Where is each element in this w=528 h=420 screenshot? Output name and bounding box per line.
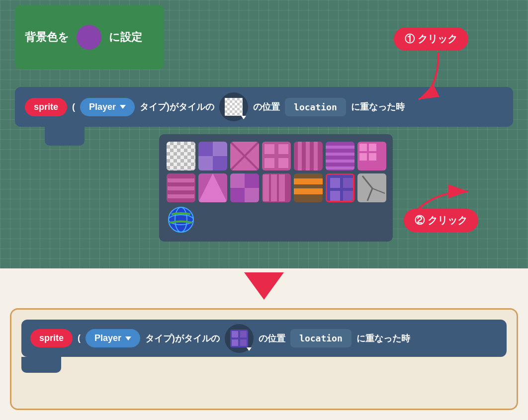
svg-rect-29 — [168, 186, 194, 190]
tile-selector-button-bottom[interactable] — [225, 324, 254, 353]
svg-rect-10 — [278, 144, 288, 154]
svg-rect-11 — [264, 158, 274, 168]
tile-pink-5[interactable] — [357, 142, 386, 170]
svg-rect-60 — [232, 339, 238, 346]
tile-grid-row3 — [167, 205, 385, 234]
arrow-indicator-2 — [404, 181, 483, 221]
tile-purple-quad[interactable] — [198, 142, 227, 170]
location-variable-top: location — [285, 98, 346, 116]
svg-rect-46 — [330, 191, 340, 201]
svg-rect-39 — [279, 174, 285, 201]
svg-rect-14 — [298, 142, 302, 170]
svg-rect-18 — [326, 146, 354, 149]
svg-rect-42 — [294, 188, 323, 194]
tile-dropdown-arrow — [241, 116, 246, 119]
tile-checker-preview — [225, 98, 243, 116]
svg-rect-15 — [306, 142, 310, 170]
svg-rect-38 — [271, 174, 277, 201]
svg-rect-2 — [213, 142, 227, 156]
tile-grid-row1 — [167, 142, 385, 170]
tile-pink-3[interactable] — [294, 142, 323, 170]
tile-checker-option[interactable] — [167, 142, 195, 170]
position-text: の位置 — [253, 101, 280, 113]
svg-rect-35 — [245, 188, 259, 202]
svg-rect-37 — [263, 174, 269, 201]
green-block-text2: に設定 — [109, 30, 142, 45]
player-dropdown-arrow — [120, 105, 126, 109]
svg-rect-25 — [359, 153, 367, 161]
tile-pink-2[interactable] — [262, 142, 291, 170]
svg-rect-26 — [369, 153, 376, 161]
purple-circle-icon — [77, 25, 101, 50]
svg-rect-61 — [240, 339, 247, 346]
block-connector-notch-top — [45, 127, 85, 146]
tile-cracked[interactable] — [357, 173, 386, 202]
tile-globe[interactable] — [167, 205, 195, 234]
svg-rect-45 — [343, 178, 353, 188]
tile-pink-9[interactable] — [262, 173, 291, 202]
paren-open: ( — [72, 102, 75, 112]
svg-rect-3 — [198, 156, 213, 170]
bottom-panel: sprite ( Player タイプ)がタイルの の位置 location に… — [10, 308, 518, 410]
tile-pink-1[interactable] — [230, 142, 259, 170]
sprite-block-bottom: sprite ( Player タイプ)がタイルの の位置 location に… — [21, 320, 507, 357]
svg-rect-47 — [343, 191, 353, 201]
tile-grid-row2 — [167, 173, 385, 202]
player-dropdown-bottom[interactable]: Player — [86, 329, 140, 347]
tile-dropdown-panel[interactable] — [159, 134, 393, 242]
svg-rect-34 — [230, 173, 245, 188]
svg-rect-16 — [314, 142, 318, 170]
svg-rect-21 — [326, 167, 354, 169]
tile-pink-6[interactable] — [167, 173, 195, 202]
position-text-bottom: の位置 — [259, 333, 285, 344]
svg-rect-58 — [232, 331, 238, 337]
svg-rect-41 — [294, 178, 323, 184]
svg-rect-24 — [369, 144, 376, 151]
svg-rect-1 — [198, 142, 213, 156]
tile-pink-4[interactable] — [326, 142, 354, 170]
svg-rect-28 — [168, 178, 194, 182]
big-down-arrow — [244, 272, 284, 300]
block-connector-notch-bottom — [21, 357, 61, 373]
svg-rect-30 — [168, 194, 194, 198]
tile-purple-bars-selected[interactable] — [326, 173, 354, 202]
tile-pink-8[interactable] — [230, 173, 259, 202]
location-variable-bottom: location — [290, 329, 352, 347]
green-block-text1: 背景色を — [25, 30, 69, 45]
player-dropdown-arrow-bottom — [125, 336, 131, 340]
sprite-keyword: sprite — [25, 98, 67, 116]
tile-pink-7[interactable] — [198, 173, 227, 202]
svg-rect-59 — [240, 331, 247, 337]
svg-rect-20 — [326, 160, 354, 163]
green-code-block: 背景色を に設定 — [15, 5, 164, 70]
sprite-keyword-bottom: sprite — [30, 329, 73, 347]
svg-rect-12 — [278, 158, 288, 168]
tile-dropdown-arrow-bottom — [247, 347, 252, 351]
type-text-bottom: タイプ)がタイルの — [145, 333, 220, 344]
svg-rect-23 — [359, 144, 367, 151]
svg-rect-9 — [264, 144, 274, 154]
tile-orange-stripe[interactable] — [294, 173, 323, 202]
svg-rect-44 — [330, 178, 340, 188]
svg-rect-40 — [294, 173, 323, 202]
paren-open-bottom: ( — [78, 333, 81, 343]
player-dropdown[interactable]: Player — [80, 98, 135, 116]
overlap-text-bottom: に重なった時 — [356, 333, 410, 344]
svg-rect-19 — [326, 153, 354, 156]
type-text: タイプ)がタイルの — [140, 101, 214, 113]
arrow-indicator-1 — [399, 50, 458, 104]
svg-rect-4 — [213, 156, 227, 170]
overlap-text: に重なった時 — [351, 101, 405, 113]
tile-selector-button[interactable] — [219, 92, 248, 121]
click-annotation-1: ① クリック — [394, 27, 468, 51]
